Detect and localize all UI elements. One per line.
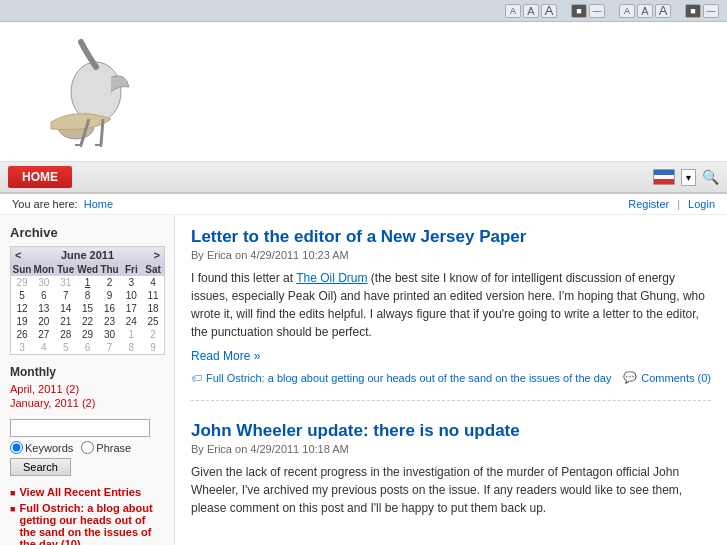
cal-cell[interactable]: 7 xyxy=(55,289,77,302)
cal-cell[interactable]: 18 xyxy=(142,302,164,315)
cal-cell[interactable]: 21 xyxy=(55,315,77,328)
contrast-btn-1[interactable]: ■ xyxy=(571,4,587,18)
tag-icon: 🏷 xyxy=(191,372,202,384)
cal-cell[interactable]: 14 xyxy=(55,302,77,315)
font-smaller-btn-1[interactable]: A xyxy=(505,4,521,18)
breadcrumb-home-link[interactable]: Home xyxy=(84,198,113,210)
cal-cell[interactable]: 4 xyxy=(142,276,164,289)
monthly-link-april[interactable]: April, 2011 (2) xyxy=(10,383,164,395)
cal-cell[interactable]: 17 xyxy=(120,302,142,315)
cal-cell[interactable]: 20 xyxy=(33,315,55,328)
language-dropdown-button[interactable]: ▾ xyxy=(681,169,696,186)
cal-cell[interactable]: 7 xyxy=(99,341,121,354)
cal-cell[interactable]: 5 xyxy=(55,341,77,354)
top-toolbar: A A A ■ — A A A ■ — xyxy=(0,0,727,22)
cal-cell[interactable]: 25 xyxy=(142,315,164,328)
toolbar-group-1: A A A xyxy=(505,4,557,18)
cal-cell[interactable]: 23 xyxy=(99,315,121,328)
search-button[interactable]: Search xyxy=(10,458,71,476)
calendar-prev-button[interactable]: < xyxy=(15,249,21,261)
cal-week-1: 29 30 31 1 2 3 4 xyxy=(11,276,164,289)
font-default-btn-2[interactable]: A xyxy=(637,4,653,18)
oil-drum-link[interactable]: The Oil Drum xyxy=(296,271,367,285)
cal-cell[interactable]: 27 xyxy=(33,328,55,341)
cal-cell[interactable]: 9 xyxy=(99,289,121,302)
cal-cell[interactable]: 1 xyxy=(120,328,142,341)
cal-cell[interactable]: 29 xyxy=(11,276,33,289)
cal-week-2: 5 6 7 8 9 10 11 xyxy=(11,289,164,302)
cal-cell[interactable]: 1 xyxy=(77,276,99,289)
cal-cell[interactable]: 13 xyxy=(33,302,55,315)
font-larger-btn-1[interactable]: A xyxy=(541,4,557,18)
cal-cell[interactable]: 9 xyxy=(142,341,164,354)
site-header xyxy=(0,22,727,162)
cal-cell[interactable]: 30 xyxy=(99,328,121,341)
home-nav-button[interactable]: HOME xyxy=(8,166,72,188)
archive-title: Archive xyxy=(10,225,164,240)
comments-count-1: Comments (0) xyxy=(641,372,711,384)
cal-cell[interactable]: 6 xyxy=(77,341,99,354)
contrast-btn-2[interactable]: ■ xyxy=(685,4,701,18)
auth-links: Register | Login xyxy=(628,198,715,210)
keywords-radio[interactable] xyxy=(10,441,23,454)
register-link[interactable]: Register xyxy=(628,198,669,210)
post-2-title[interactable]: John Wheeler update: there is no update xyxy=(191,421,711,441)
font-larger-btn-2[interactable]: A xyxy=(655,4,671,18)
nav-search-icon[interactable]: 🔍 xyxy=(702,169,719,185)
read-more-link-1[interactable]: Read More » xyxy=(191,349,260,363)
cal-cell[interactable]: 2 xyxy=(99,276,121,289)
font-smaller-btn-2[interactable]: A xyxy=(619,4,635,18)
cal-cell[interactable]: 4 xyxy=(33,341,55,354)
cal-cell[interactable]: 15 xyxy=(77,302,99,315)
view-all-recent-entries-link[interactable]: View All Recent Entries xyxy=(19,486,141,498)
logo-area xyxy=(16,32,176,152)
minimize-btn-1[interactable]: — xyxy=(589,4,605,18)
cal-cell cal-today[interactable]: 8 xyxy=(77,289,99,302)
phrase-radio[interactable] xyxy=(81,441,94,454)
monthly-title: Monthly xyxy=(10,365,164,379)
cal-day-mon: Mon xyxy=(33,263,55,276)
cal-cell[interactable]: 16 xyxy=(99,302,121,315)
comments-link-1[interactable]: 💬 Comments (0) xyxy=(623,371,711,384)
tag-link-1[interactable]: Full Ostrich: a blog about getting our h… xyxy=(206,372,611,384)
post-1-title[interactable]: Letter to the editor of a New Jersey Pap… xyxy=(191,227,711,247)
cal-cell[interactable]: 8 xyxy=(120,341,142,354)
cal-cell[interactable]: 5 xyxy=(11,289,33,302)
cal-cell[interactable]: 26 xyxy=(11,328,33,341)
monthly-link-january[interactable]: January, 2011 (2) xyxy=(10,397,164,409)
cal-cell[interactable]: 3 xyxy=(11,341,33,354)
cal-cell[interactable]: 6 xyxy=(33,289,55,302)
cal-cell[interactable]: 10 xyxy=(120,289,142,302)
site-logo xyxy=(31,37,161,147)
cal-cell[interactable]: 31 xyxy=(55,276,77,289)
bullet-icon-2: ■ xyxy=(10,504,15,514)
cal-cell[interactable]: 22 xyxy=(77,315,99,328)
svg-line-3 xyxy=(101,119,103,145)
cal-cell[interactable]: 12 xyxy=(11,302,33,315)
search-section: Keywords Phrase Search xyxy=(10,419,164,476)
breadcrumb-bar: You are here: Home Register | Login xyxy=(0,194,727,215)
calendar: < June 2011 > Sun Mon Tue Wed Thu Fri Sa… xyxy=(10,246,165,355)
nav-bar: HOME ▾ 🔍 xyxy=(0,162,727,194)
cal-cell[interactable]: 30 xyxy=(33,276,55,289)
search-input[interactable] xyxy=(10,419,150,437)
calendar-next-button[interactable]: > xyxy=(154,249,160,261)
cal-cell[interactable]: 29 xyxy=(77,328,99,341)
sidebar-tagline: Full Ostrich: a blog about getting our h… xyxy=(19,502,164,545)
minimize-btn-2[interactable]: — xyxy=(703,4,719,18)
keywords-option[interactable]: Keywords xyxy=(10,441,73,454)
cal-cell[interactable]: 2 xyxy=(142,328,164,341)
cal-cell[interactable]: 3 xyxy=(120,276,142,289)
cal-day-wed: Wed xyxy=(77,263,99,276)
cal-cell[interactable]: 11 xyxy=(142,289,164,302)
phrase-option[interactable]: Phrase xyxy=(81,441,131,454)
svg-point-0 xyxy=(71,62,121,122)
font-default-btn-1[interactable]: A xyxy=(523,4,539,18)
cal-cell[interactable]: 24 xyxy=(120,315,142,328)
cal-cell[interactable]: 19 xyxy=(11,315,33,328)
toolbar-group-2: ■ — xyxy=(571,4,605,18)
post-1-meta: By Erica on 4/29/2011 10:23 AM xyxy=(191,249,711,261)
cal-cell[interactable]: 28 xyxy=(55,328,77,341)
phrase-label: Phrase xyxy=(96,442,131,454)
login-link[interactable]: Login xyxy=(688,198,715,210)
